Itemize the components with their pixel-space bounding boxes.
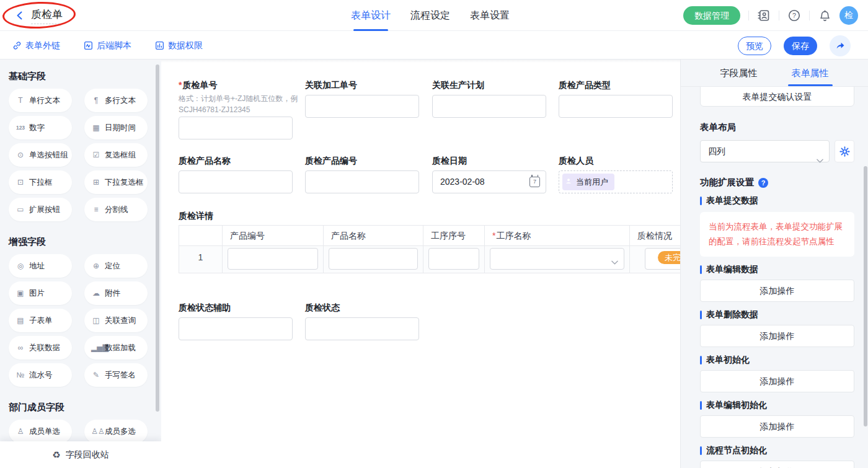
tab-form-properties[interactable]: 表单属性 [792, 60, 829, 86]
field-pill-image[interactable]: ▣图片 [9, 281, 72, 305]
add-action-button[interactable]: 添加操作 [700, 325, 854, 347]
field-pill-attachment[interactable]: ☁附件 [84, 281, 148, 305]
status-input[interactable] [305, 317, 419, 340]
product-name-input[interactable] [179, 170, 293, 193]
tab-flow-setting[interactable]: 流程设定 [410, 0, 450, 31]
add-action-button[interactable]: 添加操作 [700, 280, 854, 302]
cell-product-no-input[interactable] [228, 248, 318, 270]
field-pill-subform[interactable]: ▤子表单 [9, 309, 72, 332]
cell-status-input[interactable]: 未完成 [645, 248, 680, 270]
field-product-type[interactable]: 质检产品类型 [559, 80, 673, 91]
cell-product-name-input[interactable] [329, 248, 418, 270]
gear-icon [839, 146, 850, 157]
form-external-link[interactable]: 表单外链 [12, 40, 60, 51]
field-pill-checkbox-group[interactable]: ☑复选框组 [84, 143, 148, 167]
multi-line-text-icon: ¶ [91, 97, 101, 104]
share-button[interactable] [830, 35, 851, 56]
field-status[interactable]: 质检状态 [305, 302, 419, 314]
cell-step-no-input[interactable] [428, 248, 479, 270]
table-header-row: 产品编号 产品名称 工序序号 *工序名称 质检情况 [179, 226, 680, 246]
field-recycle-bin[interactable]: ♻ 字段回收站 [0, 441, 161, 468]
field-pill-serial-number[interactable]: №流水号 [9, 363, 72, 387]
field-pill-label: 关联查询 [105, 316, 136, 326]
backend-script-link[interactable]: 后端脚本 [84, 40, 131, 51]
field-pill-datetime[interactable]: ▦日期时间 [84, 116, 148, 139]
field-pill-location[interactable]: ⊕定位 [84, 254, 148, 278]
field-pill-label: 日期时间 [105, 123, 136, 133]
divider [748, 11, 749, 20]
submit-confirm-setting-button[interactable]: 表单提交确认设置 [700, 87, 854, 107]
field-pill-extend-button[interactable]: ▭扩展按钮 [9, 198, 72, 221]
field-pill-address[interactable]: ◎地址 [9, 254, 72, 278]
section-form-edit-init: 表单编辑初始化 [700, 400, 854, 410]
tab-form-design[interactable]: 表单设计 [351, 0, 391, 31]
field-pill-radio-group[interactable]: ⊙单选按钮组 [9, 143, 72, 167]
header-cell-index [179, 226, 223, 245]
bell-icon[interactable] [818, 9, 831, 22]
field-pill-related-data[interactable]: ∞关联数据 [9, 336, 72, 360]
production-plan-input[interactable] [432, 95, 546, 118]
recycle-label: 字段回收站 [66, 449, 109, 461]
product-type-input[interactable] [559, 95, 673, 118]
section-flow-node-init: 流程节点初始化 [700, 446, 854, 456]
add-action-button[interactable]: 添加操作 [700, 370, 854, 392]
field-pill-related-query[interactable]: ◫关联查询 [84, 309, 148, 332]
save-button[interactable]: 保存 [784, 37, 817, 55]
process-order-input[interactable] [305, 95, 419, 118]
field-pill-label: 分割线 [105, 205, 128, 215]
inspection-date-input[interactable]: 2023-02-08 7 [432, 170, 546, 193]
field-inspection-no[interactable]: *质检单号 [179, 80, 293, 91]
field-label: 质检产品类型 [559, 80, 673, 91]
section-bar [700, 356, 702, 364]
data-permission-link[interactable]: 数据权限 [155, 40, 203, 51]
cell-step-name-select[interactable] [490, 248, 624, 270]
add-action-button[interactable]: 添加操作 [700, 415, 854, 438]
field-inspector[interactable]: 质检人员 [559, 156, 673, 167]
field-pill-number[interactable]: 123数字 [9, 116, 72, 139]
inspector-member-input[interactable]: 当前用户 [559, 170, 673, 193]
field-inspection-date[interactable]: 质检日期 [432, 156, 546, 167]
tab-form-setting[interactable]: 表单设置 [470, 0, 510, 31]
field-pill-member-single[interactable]: ♙成员单选 [9, 420, 72, 443]
inspection-no-input[interactable] [179, 117, 293, 139]
field-pill-divider-line[interactable]: ≡分割线 [84, 198, 148, 221]
help-icon[interactable]: ? [787, 9, 801, 22]
help-icon[interactable]: ? [758, 178, 768, 188]
field-process-order[interactable]: 关联加工单号 [305, 80, 419, 91]
tab-field-properties[interactable]: 字段属性 [720, 60, 758, 86]
field-pill-multi-dropdown[interactable]: ⊞下拉复选框 [84, 170, 148, 194]
back-button[interactable] [15, 11, 25, 20]
avatar[interactable]: 检 [839, 6, 858, 25]
current-user-tag[interactable]: 当前用户 [562, 174, 614, 190]
script-icon [84, 41, 93, 50]
form-toolbar: 表单外链 后端脚本 数据权限 预览 保存 [0, 32, 868, 60]
layout-settings-button[interactable] [835, 140, 854, 162]
field-label: *质检单号 [179, 80, 293, 91]
field-pill-single-line-text[interactable]: T单行文本 [9, 89, 72, 112]
topbar: 质检单 表单设计 流程设定 表单设置 数据管理 ? 检 [0, 0, 868, 31]
data-manage-button[interactable]: 数据管理 [683, 6, 740, 25]
field-product-no[interactable]: 质检产品编号 [305, 156, 419, 167]
calendar-icon: 7 [529, 177, 540, 187]
preview-button[interactable]: 预览 [738, 37, 771, 55]
field-product-name[interactable]: 质检产品名称 [179, 156, 293, 167]
field-pill-dropdown[interactable]: ⊡下拉框 [9, 170, 72, 194]
field-label: 关联生产计划 [432, 80, 546, 91]
field-pill-member-multi[interactable]: ♙♙成员多选 [84, 420, 148, 443]
field-status-aux[interactable]: 质检状态辅助 [179, 302, 293, 314]
sidebar-scrollbar[interactable] [156, 64, 159, 412]
field-pill-signature[interactable]: ✎手写签名 [84, 363, 148, 387]
field-pill-label: 数字 [29, 123, 45, 133]
field-pill-data-load[interactable]: ▂▅▇数据加载 [84, 336, 148, 360]
link-label: 后端脚本 [97, 40, 131, 51]
link-label: 数据权限 [168, 40, 203, 51]
panel-scrollbar[interactable] [864, 166, 867, 426]
field-production-plan[interactable]: 关联生产计划 [432, 80, 546, 91]
field-pill-multi-line-text[interactable]: ¶多行文本 [84, 89, 148, 112]
page-title[interactable]: 质检单 [31, 7, 63, 24]
status-aux-input[interactable] [179, 317, 293, 340]
layout-select[interactable]: 四列 [700, 140, 830, 162]
product-no-input[interactable] [305, 170, 419, 193]
add-action-button[interactable]: 添加操作 [700, 461, 854, 468]
contacts-icon[interactable] [757, 9, 771, 22]
